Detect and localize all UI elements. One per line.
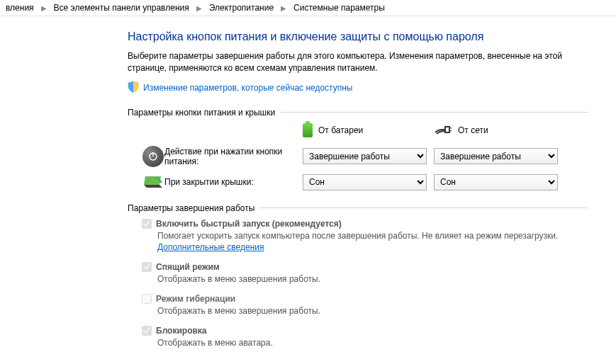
hibernate-label: Режим гибернации xyxy=(156,294,235,304)
lock-checkbox xyxy=(142,326,152,336)
battery-icon xyxy=(303,123,313,137)
lock-option: Блокировка Отображать в меню аватара. xyxy=(142,326,588,349)
change-unavailable-settings-text[interactable]: Изменение параметров, которые сейчас нед… xyxy=(143,83,353,93)
fast-startup-label: Включить быстрый запуск (рекомендуется) xyxy=(156,219,342,229)
shield-icon xyxy=(128,81,139,95)
column-on-battery: От батареи xyxy=(303,123,434,137)
lid-close-battery-select[interactable]: Сон xyxy=(303,174,427,190)
hibernate-option: Режим гибернации Отображать в меню завер… xyxy=(142,294,588,317)
power-button-action-label: Действие при нажатии кнопки питания: xyxy=(164,147,303,166)
sleep-option: Спящий режим Отображать в меню завершени… xyxy=(142,262,588,285)
page-description: Выберите параметры завершения работы для… xyxy=(128,50,588,74)
section-power-button-lid: Параметры кнопки питания и крышки xyxy=(128,108,588,118)
fast-startup-option: Включить быстрый запуск (рекомендуется) … xyxy=(142,219,588,254)
lid-close-action-label: При закрытии крышки: xyxy=(164,177,303,187)
power-button-icon xyxy=(142,146,164,167)
hibernate-desc: Отображать в меню завершения работы. xyxy=(157,305,588,317)
chevron-right-icon: ▶ xyxy=(192,4,206,12)
lock-desc: Отображать в меню аватара. xyxy=(157,337,588,349)
chevron-right-icon: ▶ xyxy=(276,4,291,12)
breadcrumb-item[interactable]: Системные параметры xyxy=(291,3,388,13)
breadcrumb-item[interactable]: Все элементы панели управления xyxy=(51,3,192,13)
breadcrumb[interactable]: вления ▶ Все элементы панели управления … xyxy=(0,0,616,16)
hibernate-checkbox xyxy=(142,294,152,304)
page-title: Настройка кнопок питания и включение защ… xyxy=(128,30,588,43)
section-shutdown-settings: Параметры завершения работы xyxy=(128,203,588,213)
svg-rect-1 xyxy=(449,130,452,132)
plug-icon xyxy=(434,125,452,135)
chevron-right-icon: ▶ xyxy=(37,4,51,12)
breadcrumb-item[interactable]: Электропитание xyxy=(206,3,276,13)
column-plugged-in: От сети xyxy=(434,125,565,135)
learn-more-link[interactable]: Дополнительные сведения xyxy=(157,242,264,252)
power-button-battery-select[interactable]: Завершение работы xyxy=(303,148,427,164)
svg-marker-4 xyxy=(144,185,162,188)
sleep-checkbox xyxy=(142,262,152,272)
lid-close-ac-select[interactable]: Сон xyxy=(434,174,558,190)
sleep-label: Спящий режим xyxy=(156,262,220,272)
svg-rect-0 xyxy=(449,127,452,129)
fast-startup-desc: Помогает ускорить запуск компьютера посл… xyxy=(157,230,588,254)
fast-startup-checkbox xyxy=(142,219,152,229)
lid-close-icon xyxy=(142,175,164,189)
lock-label: Блокировка xyxy=(156,326,207,336)
breadcrumb-item[interactable]: вления xyxy=(3,3,37,13)
sleep-desc: Отображать в меню завершения работы. xyxy=(157,273,588,285)
power-button-ac-select[interactable]: Завершение работы xyxy=(434,148,558,164)
svg-marker-5 xyxy=(144,176,161,185)
change-unavailable-settings-link[interactable]: Изменение параметров, которые сейчас нед… xyxy=(128,81,588,95)
